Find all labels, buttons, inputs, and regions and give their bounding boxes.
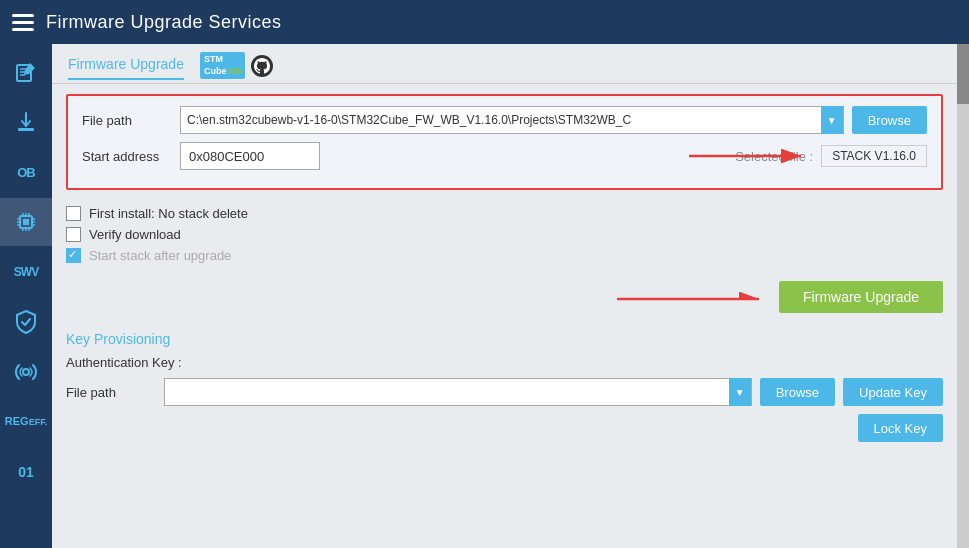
tab-logos: STM CubeWB [200, 52, 274, 83]
checkbox-first-install[interactable] [66, 206, 81, 221]
checkbox-verify[interactable] [66, 227, 81, 242]
checkbox-row-3: Start stack after upgrade [66, 248, 943, 263]
key-file-path-label: File path [66, 385, 156, 400]
key-file-row: File path ▼ Browse Update Key [66, 378, 943, 406]
key-provisioning-title: Key Provisioning [66, 331, 943, 347]
scrollbar-thumb[interactable] [957, 44, 969, 104]
antenna-icon [14, 360, 38, 384]
checkbox-start-stack[interactable] [66, 248, 81, 263]
red-arrow-1 [689, 144, 809, 168]
reg-icon: REG EFF. [5, 415, 47, 428]
download-icon [15, 111, 37, 133]
num-icon: 01 [18, 464, 34, 480]
file-path-input-wrapper: C:\en.stm32cubewb-v1-16-0\STM32Cube_FW_W… [180, 106, 844, 134]
stm-logo: STM CubeWB [200, 52, 246, 79]
checkbox-first-install-label: First install: No stack delete [89, 206, 248, 221]
sidebar-item-shield[interactable] [0, 298, 52, 346]
upgrade-row: Firmware Upgrade [52, 275, 957, 323]
lock-key-button[interactable]: Lock Key [858, 414, 943, 442]
start-address-row: Start address Selected file : [82, 142, 927, 170]
checkbox-row-2: Verify download [66, 227, 943, 242]
top-bar: Firmware Upgrade Services [0, 0, 969, 44]
file-path-label: File path [82, 113, 172, 128]
main-layout: OB [0, 44, 969, 548]
file-path-row: File path C:\en.stm32cubewb-v1-16-0\STM3… [82, 106, 927, 134]
tab-bar: Firmware Upgrade STM CubeWB [52, 44, 957, 84]
sidebar-item-01[interactable]: 01 [0, 448, 52, 496]
github-icon[interactable] [251, 55, 273, 77]
firmware-upgrade-button[interactable]: Firmware Upgrade [779, 281, 943, 313]
sidebar-item-download[interactable] [0, 98, 52, 146]
sidebar-item-cpu[interactable] [0, 198, 52, 246]
checkbox-row-1: First install: No stack delete [66, 206, 943, 221]
checkbox-verify-label: Verify download [89, 227, 181, 242]
sidebar-item-swv[interactable]: SWV [0, 248, 52, 296]
update-key-button[interactable]: Update Key [843, 378, 943, 406]
tab-firmware-upgrade[interactable]: Firmware Upgrade [68, 56, 184, 80]
key-browse-button[interactable]: Browse [760, 378, 835, 406]
swv-icon: SWV [14, 265, 38, 279]
key-file-input-wrapper: ▼ [164, 378, 752, 406]
file-path-dropdown[interactable]: ▼ [821, 106, 843, 134]
svg-point-19 [23, 369, 29, 375]
sidebar-item-antenna[interactable] [0, 348, 52, 396]
scrollbar-track[interactable] [957, 44, 969, 548]
sidebar: OB [0, 44, 52, 548]
app-title: Firmware Upgrade Services [46, 12, 282, 33]
hamburger-icon[interactable] [12, 14, 34, 31]
edit-icon [15, 61, 37, 83]
browse-button[interactable]: Browse [852, 106, 927, 134]
auth-key-label: Authentication Key : [66, 355, 943, 370]
sidebar-item-ob[interactable]: OB [0, 148, 52, 196]
key-buttons: Lock Key [66, 414, 943, 442]
svg-rect-6 [23, 219, 29, 225]
content-area: Firmware Upgrade STM CubeWB [52, 44, 957, 548]
checkbox-start-stack-label: Start stack after upgrade [89, 248, 231, 263]
key-file-dropdown[interactable]: ▼ [729, 378, 751, 406]
file-path-text: C:\en.stm32cubewb-v1-16-0\STM32Cube_FW_W… [181, 113, 821, 127]
red-arrow-2 [617, 285, 767, 313]
firmware-section: File path C:\en.stm32cubewb-v1-16-0\STM3… [66, 94, 943, 190]
start-address-input[interactable] [180, 142, 320, 170]
sidebar-item-reg[interactable]: REG EFF. [0, 398, 52, 446]
selected-file-value: STACK V1.16.0 [821, 145, 927, 167]
ob-icon: OB [17, 165, 35, 180]
svg-rect-4 [18, 128, 34, 131]
cpu-icon [14, 210, 38, 234]
key-provisioning-section: Key Provisioning Authentication Key : Fi… [52, 323, 957, 450]
start-address-label: Start address [82, 149, 172, 164]
sidebar-item-edit[interactable] [0, 48, 52, 96]
checkboxes-area: First install: No stack delete Verify do… [52, 200, 957, 275]
shield-icon [15, 310, 37, 334]
